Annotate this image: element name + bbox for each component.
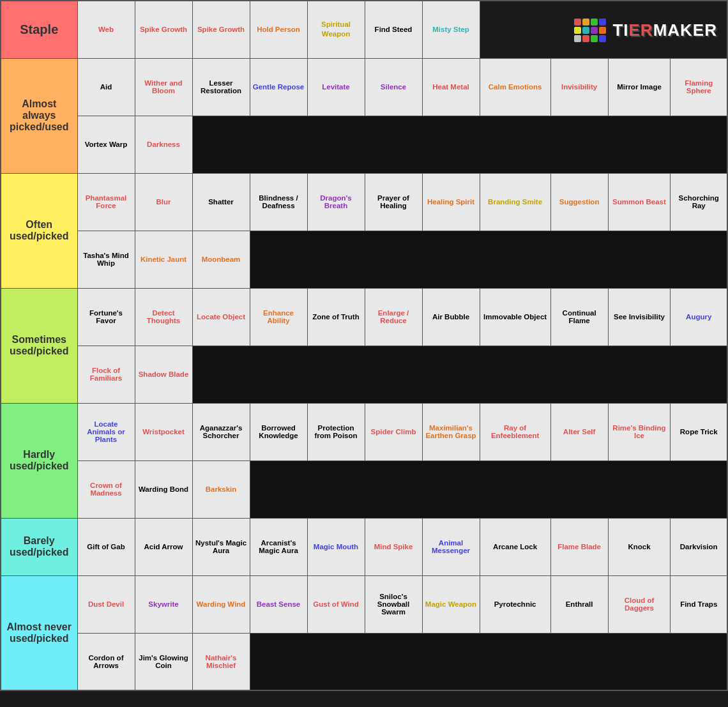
- item-wristpocket: Wristpocket: [135, 403, 192, 460]
- item-healing-spirit: Healing Spirit: [422, 173, 480, 231]
- item-ray-enfeeble: Ray of Enfeeblement: [480, 403, 550, 460]
- header-logo: TiERMAKER: [480, 1, 727, 58]
- tier-table: Staple Web Spike Growth Spike Growth Hol…: [0, 0, 728, 691]
- item-flame-blade: Flame Blade: [550, 518, 608, 575]
- item-web: Spike Growth: [135, 1, 192, 58]
- tier-hardly-row1: Hardly used/picked Locate Animals or Pla…: [1, 403, 727, 460]
- item-shatter: Shatter: [192, 173, 250, 231]
- item-warding-wind: Warding Wind: [192, 575, 250, 633]
- item-mind-spike: Mind Spike: [365, 518, 422, 575]
- item-gust-of-wind: Gust of Wind: [307, 575, 365, 633]
- item-skywrite: Skywrite: [135, 575, 192, 633]
- item-alter-self: Alter Self: [550, 403, 608, 460]
- item-shadow-blade: Shadow Blade: [135, 346, 192, 403]
- item-animal-messenger: Animal Messenger: [422, 518, 480, 575]
- item-kinetic-jaunt: Kinetic Jaunt: [135, 231, 192, 288]
- item-rope-trick: Rope Trick: [671, 403, 727, 460]
- tier-almost-always-row2: Vortex Warp Darkness: [1, 116, 727, 173]
- item-hold-person: Hold Person: [250, 1, 307, 58]
- item-tashas-mind-whip: Tasha's Mind Whip: [77, 231, 135, 288]
- item-nathair: Nathair's Mischief: [192, 633, 250, 690]
- item-maximilian: Maximilian's Earthen Grasp: [422, 403, 480, 460]
- item-nystul: Nystul's Magic Aura: [192, 518, 250, 575]
- tier-hardly-row2: Crown of Madness Warding Bond Barkskin: [1, 460, 727, 518]
- item-enhance-ability: Enhance Ability: [250, 288, 307, 346]
- item-wither-bloom: Wither and Bloom: [135, 58, 192, 116]
- tier-barely-label: Barely used/picked: [1, 518, 77, 575]
- item-aid: Aid: [77, 58, 135, 116]
- item-borrowed-knowledge: Borrowed Knowledge: [250, 403, 307, 460]
- item-crown-madness: Crown of Madness: [77, 460, 135, 518]
- item-continual-flame: Continual Flame: [550, 288, 608, 346]
- item-rimes-binding-ice: Rime's Binding Ice: [608, 403, 671, 460]
- item-beast-sense: Beast Sense: [250, 575, 307, 633]
- black-fill-aa: [192, 116, 727, 173]
- item-magic-weapon: Magic Weapon: [422, 575, 480, 633]
- item-jims-coin: Jim's Glowing Coin: [135, 633, 192, 690]
- item-gentle-repose: Gentle Repose: [250, 58, 307, 116]
- header-row: Staple Web Spike Growth Spike Growth Hol…: [1, 1, 727, 58]
- item-warding-bond: Warding Bond: [135, 460, 192, 518]
- tier-sometimes-label: Sometimes used/picked: [1, 288, 77, 403]
- item-branding-smite: Branding Smite: [480, 173, 550, 231]
- header-staple: Staple: [1, 1, 77, 58]
- tier-barely-row1: Barely used/picked Gift of Gab Acid Arro…: [1, 518, 727, 575]
- item-vortex-warp: Vortex Warp: [77, 116, 135, 173]
- item-knock: Knock: [608, 518, 671, 575]
- item-air-bubble: Air Bubble: [422, 288, 480, 346]
- item-spider-climb: Spider Climb: [365, 403, 422, 460]
- item-pyrotechnic: Pyrotechnic: [480, 575, 550, 633]
- item-augury: Augury: [671, 288, 727, 346]
- item-zone-of-truth: Zone of Truth: [307, 288, 365, 346]
- item-protection-poison: Protection from Poison: [307, 403, 365, 460]
- item-detect-thoughts: Detect Thoughts: [135, 288, 192, 346]
- item-blindness-deafness: Blindness / Deafness: [250, 173, 307, 231]
- tier-often-label: Often used/picked: [1, 173, 77, 288]
- tier-almost-never-label: Almost never used/picked: [1, 575, 77, 690]
- item-arcane-lock: Arcane Lock: [480, 518, 550, 575]
- item-see-invisibility: See Invisibility: [608, 288, 671, 346]
- item-arcanist-magic: Arcanist's Magic Aura: [250, 518, 307, 575]
- tier-almost-always-label: Almost always picked/used: [1, 58, 77, 173]
- item-sniloc: Sniloc's Snowball Swarm: [365, 575, 422, 633]
- item-flaming-sphere: Flaming Sphere: [671, 58, 727, 116]
- item-dust-devil: Dust Devil: [77, 575, 135, 633]
- item-prayer-of-healing: Prayer of Healing: [365, 173, 422, 231]
- item-fortunes-favor: Fortune's Favor: [77, 288, 135, 346]
- tier-sometimes-row1: Sometimes used/picked Fortune's Favor De…: [1, 288, 727, 346]
- item-gift-of-gab: Gift of Gab: [77, 518, 135, 575]
- item-darkvision: Darkvision: [671, 518, 727, 575]
- item-immovable-object: Immovable Object: [480, 288, 550, 346]
- item-enlarge-reduce: Enlarge / Reduce: [365, 288, 422, 346]
- item-spike-growth: Spike Growth: [192, 1, 250, 58]
- item-moonbeam: Moonbeam: [192, 231, 250, 288]
- item-misty-step: Misty Step: [422, 1, 480, 58]
- tier-often-row2: Tasha's Mind Whip Kinetic Jaunt Moonbeam: [1, 231, 727, 288]
- item-magic-mouth: Magic Mouth: [307, 518, 365, 575]
- item-barkskin: Barkskin: [192, 460, 250, 518]
- item-phantasmal-force: Phantasmal Force: [77, 173, 135, 231]
- item-silence: Silence: [365, 58, 422, 116]
- item-dragons-breath: Dragon's Breath: [307, 173, 365, 231]
- item-find-traps: Find Traps: [671, 575, 727, 633]
- item-pass-without-trace: Web: [77, 1, 135, 58]
- black-fill-s: [192, 346, 727, 403]
- tier-almost-always-row1: Almost always picked/used Aid Wither and…: [1, 58, 727, 116]
- item-enthrall: Enthrall: [550, 575, 608, 633]
- item-aganazzar: Aganazzar's Schorcher: [192, 403, 250, 460]
- item-suggestion: Suggestion: [550, 173, 608, 231]
- item-acid-arrow: Acid Arrow: [135, 518, 192, 575]
- item-flock-familiars: Flock of Familiars: [77, 346, 135, 403]
- item-spiritual-weapon: Spiritual Weapon: [307, 1, 365, 58]
- item-heat-metal: Heat Metal: [422, 58, 480, 116]
- item-locate-animals: Locate Animals or Plants: [77, 403, 135, 460]
- tier-almost-never-row2: Cordon of Arrows Jim's Glowing Coin Nath…: [1, 633, 727, 690]
- item-cordon-arrows: Cordon of Arrows: [77, 633, 135, 690]
- item-lesser-restoration: Lesser Restoration: [192, 58, 250, 116]
- tier-label: Staple: [20, 22, 58, 36]
- tier-hardly-label: Hardly used/picked: [1, 403, 77, 518]
- item-darkness: Darkness: [135, 116, 192, 173]
- tier-often-row1: Often used/picked Phantasmal Force Blur …: [1, 173, 727, 231]
- black-fill-o: [250, 231, 727, 288]
- logo-dots: [574, 19, 606, 42]
